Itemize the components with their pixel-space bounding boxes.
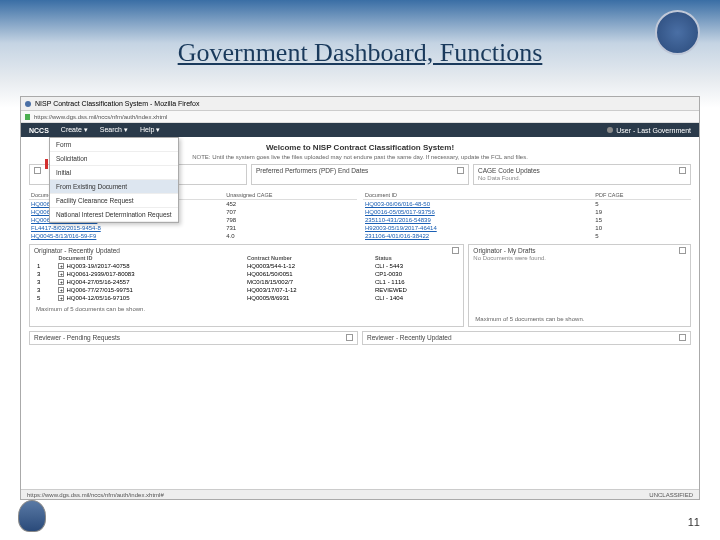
table-row: FL4417-8/02/2015-9454-8731 (29, 224, 357, 232)
browser-window: NISP Contract Classification System - Mo… (20, 96, 700, 500)
panel-checkbox[interactable] (452, 247, 459, 254)
page-number: 11 (688, 516, 700, 528)
panel-checkbox[interactable] (679, 167, 686, 174)
rev-recent-header: Reviewer - Recently Updated (367, 334, 452, 341)
no-data-text: No Data Found. (478, 174, 686, 182)
expand-icon[interactable]: + (58, 271, 64, 277)
window-title: NISP Contract Classification System - Mo… (35, 100, 199, 107)
app-brand: NCCS (29, 127, 49, 134)
expand-icon[interactable]: + (58, 279, 64, 285)
user-label: User - Last Government (616, 127, 691, 134)
lock-icon (25, 114, 30, 120)
panel-checkbox[interactable] (679, 247, 686, 254)
dd-item-from-existing[interactable]: From Existing Document (50, 180, 178, 194)
agency-badge-icon (18, 500, 46, 532)
table-row: 3+HQ006-77/27/015-99751HQ003/17/07-1-12R… (34, 286, 459, 294)
panel-rev-recent: Reviewer - Recently Updated (362, 331, 691, 345)
max-note2: Maximum of 5 documents can be shown. (473, 314, 686, 324)
orig-updated-header: Originator - Recently Updated (34, 247, 120, 254)
max-note: Maximum of 5 documents can be shown. (34, 304, 459, 314)
url-text: https://www.dgs.dss.mil/nccs/nfm/auth/in… (34, 114, 167, 120)
slide-title: Government Dashboard, Functions (0, 38, 720, 68)
expand-icon[interactable]: + (58, 295, 64, 301)
panel-cage-updates: CAGE Code Updates No Data Found. (473, 164, 691, 185)
col-doc-id2: Document ID (363, 191, 593, 200)
table-row: 231106-4/01/016-384225 (363, 232, 691, 240)
expand-icon[interactable]: + (58, 287, 64, 293)
pdf-table: Document IDPDF CAGE HQ003-06/06/016-48-5… (363, 191, 691, 240)
dd-item-fcr[interactable]: Facility Clearance Request (50, 194, 178, 208)
table-row: HQ0016-05/05/017-9375619 (363, 208, 691, 216)
table-row: 235110-431/2016-5483915 (363, 216, 691, 224)
browser-tabbar: NISP Contract Classification System - Mo… (21, 97, 699, 111)
dd-item-initial[interactable]: Initial (50, 166, 178, 180)
panel-checkbox[interactable] (346, 334, 353, 341)
nav-search[interactable]: Search ▾ (100, 126, 128, 134)
orig-updated-table: Document IDContract NumberStatus 1+HQ003… (34, 254, 459, 302)
status-class: UNCLASSIFIED (649, 492, 693, 498)
panel-rev-pending: Reviewer - Pending Requests (29, 331, 358, 345)
nav-help[interactable]: Help ▾ (140, 126, 160, 134)
dd-item-form[interactable]: Form (50, 138, 178, 152)
panel-checkbox[interactable] (34, 167, 41, 174)
orig-drafts-header: Originator - My Drafts (473, 247, 535, 254)
panel-orig-drafts: Originator - My Drafts No Documents were… (468, 244, 691, 327)
user-icon (607, 127, 613, 133)
panel-pdf-enddates: Preferred Performers (PDF) End Dates (251, 164, 469, 185)
create-dropdown: Form Solicitation Initial From Existing … (49, 137, 179, 223)
panel-orig-updated: Originator - Recently Updated Document I… (29, 244, 464, 327)
annotation-mark (45, 159, 48, 169)
col-status: Status (372, 254, 459, 262)
address-bar[interactable]: https://www.dgs.dss.mil/nccs/nfm/auth/in… (21, 111, 699, 123)
tab-favicon-icon (25, 101, 31, 107)
table-row: H92003-05/19/2017-4641410 (363, 224, 691, 232)
app-navbar: NCCS Create ▾ Search ▾ Help ▾ User - Las… (21, 123, 699, 137)
dd-item-nid[interactable]: National Interest Determination Request (50, 208, 178, 222)
rev-pending-header: Reviewer - Pending Requests (34, 334, 120, 341)
status-bar: https://www.dgs.dss.mil/nccs/nfm/auth/in… (21, 489, 699, 499)
table-row: HQ0045-8/13/016-59-F94.0 (29, 232, 357, 240)
table-row: 3+HQ0061-2939/017-80083HQ0061/50/0051CP1… (34, 270, 459, 278)
table-row: 3+HQ004-27/05/16-24557MC0/18/15/002/7CL1… (34, 278, 459, 286)
col-doc: Document ID (55, 254, 244, 262)
panel-mid-header: Preferred Performers (PDF) End Dates (256, 167, 368, 174)
panel-checkbox[interactable] (679, 334, 686, 341)
panel-right-header: CAGE Code Updates (478, 167, 540, 174)
user-menu[interactable]: User - Last Government (607, 127, 691, 134)
col-contract: Contract Number (244, 254, 372, 262)
col-pdf-cage: PDF CAGE (593, 191, 691, 200)
table-row: HQ003-06/06/016-48-505 (363, 200, 691, 209)
expand-icon[interactable]: + (58, 263, 64, 269)
status-url: https://www.dgs.dss.mil/nccs/nfm/auth/in… (27, 492, 164, 498)
no-docs-text: No Documents were found. (473, 254, 686, 262)
agency-seal-icon (655, 10, 700, 55)
col-unassigned-cage: Unassigned CAGE (224, 191, 357, 200)
table-row: 1+HQ003-19//2017-40758HQ0003/544-1-12CLI… (34, 262, 459, 270)
nav-create[interactable]: Create ▾ (61, 126, 88, 134)
table-row: 5+HQ004-12/05/16-97105HQ0005/8/6931CLI -… (34, 294, 459, 302)
panel-checkbox[interactable] (457, 167, 464, 174)
dd-item-solicitation[interactable]: Solicitation (50, 152, 178, 166)
